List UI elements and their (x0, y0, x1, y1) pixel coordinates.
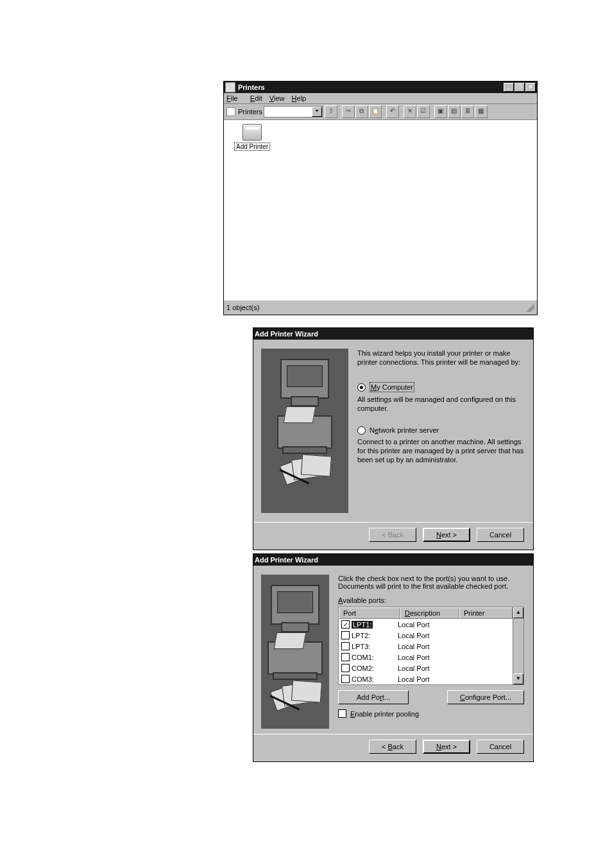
next-button[interactable]: Next > (423, 528, 470, 542)
titlebar[interactable]: Add Printer Wizard (253, 554, 533, 566)
cancel-button[interactable]: Cancel (477, 740, 524, 754)
option-network[interactable]: Network printer server (357, 426, 524, 435)
folder-icon (226, 107, 235, 116)
paste-button[interactable]: 📋 (369, 105, 382, 118)
monitor-icon (271, 585, 319, 625)
maximize-button[interactable]: □ (514, 83, 525, 92)
wizard-art (261, 349, 348, 513)
menu-edit[interactable]: Edit (250, 94, 262, 102)
button-row: < Back Next > Cancel (253, 734, 533, 761)
view-details-button[interactable]: ▦ (475, 105, 488, 118)
printer-icon (268, 641, 323, 675)
delete-button[interactable]: ✕ (404, 105, 416, 118)
titlebar[interactable]: Printers _ □ × (224, 82, 537, 93)
titlebar[interactable]: Add Printer Wizard (253, 328, 533, 340)
menu-view[interactable]: View (269, 94, 285, 102)
table-row[interactable]: LPT1:Local Port (339, 619, 513, 630)
configure-port-button[interactable]: Configure Port... (447, 690, 524, 704)
next-button[interactable]: Next > (423, 740, 470, 754)
minimize-button[interactable]: _ (504, 83, 514, 92)
cut-button[interactable]: ✂ (342, 105, 355, 118)
papers-icon (273, 686, 318, 709)
enable-pooling[interactable]: Enable printer pooling (338, 709, 524, 718)
undo-button[interactable]: ↶ (386, 105, 399, 118)
view-large-button[interactable]: ▣ (434, 105, 447, 118)
printers-icon (225, 82, 235, 92)
port-name: LPT2: (352, 632, 370, 639)
wizard-intro: This wizard helps you install your print… (357, 349, 524, 367)
back-button[interactable]: < Back (369, 740, 416, 754)
checkbox-icon[interactable] (341, 642, 350, 650)
checkbox-icon[interactable] (341, 664, 350, 672)
table-row[interactable]: COM3:Local Port (339, 673, 513, 684)
option-my-computer-desc: All settings will be managed and configu… (357, 395, 524, 413)
address-combo[interactable]: ▾ (264, 106, 323, 117)
dialog-title: Add Printer Wizard (255, 556, 532, 564)
checkbox-icon[interactable] (341, 675, 350, 683)
radio-icon[interactable] (357, 426, 366, 435)
table-row[interactable]: LPT3:Local Port (339, 641, 513, 652)
dropdown-arrow-icon[interactable]: ▾ (312, 107, 322, 117)
cancel-button[interactable]: Cancel (477, 528, 524, 542)
add-printer-item[interactable]: Add Printer (233, 124, 271, 151)
button-row: < Back Next > Cancel (253, 522, 533, 550)
toolbar: Printers ▾ ⇧ ✂ ⧉ 📋 ↶ ✕ ☑ ▣ ▤ ≣ ▦ (224, 104, 537, 120)
port-name: COM3: (352, 675, 374, 683)
menu-file[interactable]: File (226, 94, 243, 102)
table-row[interactable]: LPT2:Local Port (339, 630, 513, 641)
dialog-title: Add Printer Wizard (255, 330, 532, 338)
printer-icon (277, 415, 332, 449)
col-port[interactable]: Port (339, 607, 400, 619)
port-desc: Local Port (395, 664, 449, 672)
col-printer[interactable]: Printer (459, 607, 513, 619)
address-box[interactable]: Printers (226, 107, 262, 116)
address-label: Printers (238, 108, 262, 116)
ports-table: Port Description Printer LPT1:Local Port… (338, 607, 524, 685)
view-small-button[interactable]: ▤ (448, 105, 461, 118)
back-button: < Back (369, 528, 416, 542)
scroll-up-icon[interactable]: ▲ (513, 607, 523, 618)
port-desc: Local Port (395, 621, 449, 629)
radio-icon[interactable] (357, 383, 366, 392)
view-list-button[interactable]: ≣ (461, 105, 474, 118)
properties-button[interactable]: ☑ (417, 105, 430, 118)
status-text: 1 object(s) (226, 304, 259, 311)
port-name: LPT3: (352, 643, 370, 650)
checkbox-icon[interactable] (338, 709, 346, 718)
checkbox-icon[interactable] (341, 631, 350, 639)
client-area[interactable]: Add Printer (224, 120, 537, 300)
close-button[interactable]: × (525, 83, 536, 92)
wizard-content: This wizard helps you install your print… (357, 349, 524, 513)
papers-icon (282, 460, 327, 483)
icon-label: Add Printer (234, 143, 270, 151)
table-row[interactable]: COM1:Local Port (339, 652, 513, 663)
resize-grip-icon[interactable] (525, 303, 534, 312)
up-button[interactable]: ⇧ (325, 105, 337, 118)
checkbox-icon[interactable] (341, 653, 350, 661)
window-title: Printers (238, 83, 503, 91)
port-desc: Local Port (395, 654, 449, 661)
table-row[interactable]: COM2:Local Port (339, 663, 513, 673)
scrollbar[interactable]: ▲ ▼ (513, 607, 523, 684)
scroll-down-icon[interactable]: ▼ (513, 673, 523, 684)
menubar: File Edit View Help (224, 93, 537, 104)
wizard-content: Click the check box next to the port(s) … (338, 575, 524, 729)
wizard-intro: Click the check box next to the port(s) … (338, 575, 524, 590)
add-port-button[interactable]: Add Port... (338, 690, 409, 704)
menu-help[interactable]: Help (292, 94, 307, 102)
monitor-icon (280, 359, 329, 399)
port-desc: Local Port (395, 643, 449, 650)
status-bar: 1 object(s) (224, 300, 537, 315)
printers-window: Printers _ □ × File Edit View Help Print… (223, 81, 538, 315)
option-my-computer[interactable]: My Computer (357, 382, 524, 392)
table-header: Port Description Printer (339, 607, 513, 619)
port-name: LPT1: (352, 621, 373, 629)
port-name: COM2: (352, 664, 374, 672)
port-name: COM1: (352, 654, 374, 661)
option-network-desc: Connect to a printer on another machine.… (357, 437, 524, 464)
port-desc: Local Port (395, 675, 449, 683)
checkbox-icon[interactable] (341, 620, 350, 629)
port-desc: Local Port (395, 632, 449, 639)
copy-button[interactable]: ⧉ (355, 105, 368, 118)
col-desc[interactable]: Description (400, 607, 459, 619)
